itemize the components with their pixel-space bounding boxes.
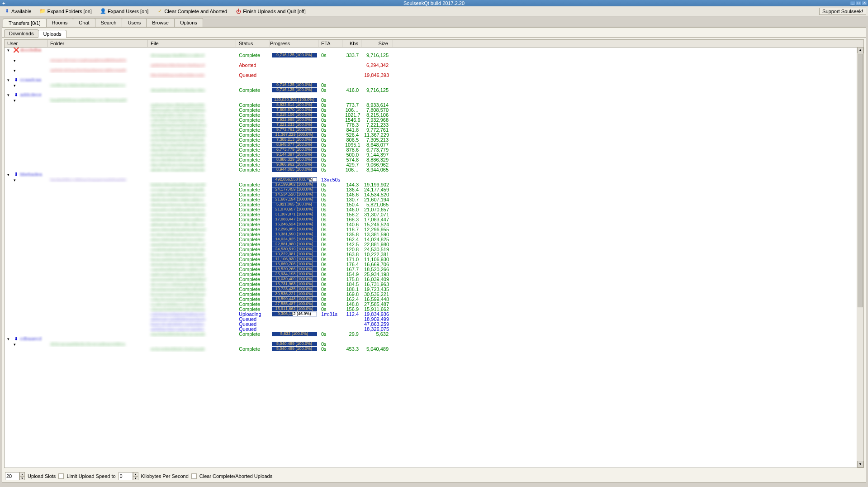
limit-speed-input[interactable] (119, 472, 133, 480)
tree-toggle-icon[interactable]: ▾ (7, 337, 12, 341)
subtab-uploads[interactable]: Uploads (38, 30, 66, 38)
table-row[interactable]: ecbcbbadaedcbbedcbdeComplete7,305,213 (1… (5, 137, 863, 142)
table-row[interactable]: ▾bedaddbccdbbacbaaaeeadebaddc492,056,558… (5, 177, 863, 182)
spin-down-icon[interactable]: ▼ (133, 476, 138, 480)
tree-toggle-icon[interactable]: ▾ (7, 172, 12, 177)
tree-toggle-icon[interactable]: ▾ (7, 93, 12, 97)
table-row[interactable]: dcccdedbdcebdcbcababComplete8,886,329 (1… (5, 157, 863, 162)
table-row[interactable]: baecdcabdddccadaddecQueued47,863,259 (5, 321, 863, 326)
subtab-downloads[interactable]: Downloads (4, 29, 38, 37)
table-row[interactable]: ecbeacdadeebaeededebComplete31,307,071 (… (5, 212, 863, 217)
tree-toggle-icon[interactable]: ▾ (7, 68, 14, 73)
scroll-down-button[interactable]: ▼ (857, 461, 863, 468)
table-row[interactable]: aabcaddaedccaaabedcbComplete25,934,198 (… (5, 272, 863, 277)
table-row[interactable]: eaeadcccbddeadedcacaComplete21,070,657 (… (5, 207, 863, 212)
vertical-scrollbar[interactable]: ▲ ▼ (857, 47, 863, 468)
table-row[interactable]: deaddeebabeedadacdecComplete9,716,125 (1… (5, 87, 863, 92)
finish-quit-button[interactable]: ⏻ Finish Uploads and Quit [off] (233, 8, 308, 15)
tab-rooms[interactable]: Rooms (46, 18, 74, 27)
table-row[interactable]: ccabcedddecccaebdbbaComplete27,585,487 (… (5, 301, 863, 306)
table-row[interactable]: deadaeeaedcbdbedbdebComplete19,723,435 (… (5, 286, 863, 291)
table-row[interactable]: aeecdeeabdadebedeeedComplete12,296,955 (… (5, 227, 863, 232)
spin-down-icon[interactable]: ▼ (19, 476, 25, 480)
table-row[interactable]: bedaabddccbbccdeeccaComplete8,215,106 (1… (5, 112, 863, 117)
table-row[interactable]: dcceeeccdddaaddeabdeComplete16,731,963 (… (5, 282, 863, 286)
close-button[interactable]: ✕ (862, 1, 867, 5)
header-progress[interactable]: Progress (270, 40, 318, 47)
header-kbs[interactable]: Kbs (342, 40, 361, 47)
tab-chat[interactable]: Chat (73, 18, 95, 27)
limit-speed-checkbox[interactable] (58, 473, 64, 479)
table-row[interactable]: abdecdccbaebbbecbedeComplete8,944,065 (1… (5, 167, 863, 172)
table-row[interactable]: ebecdebdedeadcecedecComplete14,024,825 (… (5, 237, 863, 242)
table-row[interactable]: ebaacbcdaebbabdebaeeComplete8,648,077 (1… (5, 142, 863, 147)
header-status[interactable]: Status (236, 40, 270, 47)
tree-toggle-icon[interactable]: ▾ (7, 83, 14, 88)
table-row[interactable]: dcbdeededeeeccabcbdbComplete16,669,706 (… (5, 262, 863, 267)
table-row[interactable]: dadaaacbeeacdeaadeeaComplete5,821,065 (1… (5, 202, 863, 207)
tab-transfers-[interactable]: Transfers [0/1] (3, 19, 47, 27)
table-row[interactable]: ▾eeaacdceaccaabaaabeadbbbadcb (5, 57, 863, 62)
tree-toggle-icon[interactable]: ▾ (7, 342, 14, 347)
table-row[interactable]: ecbcedeebbdccbebaaabComplete5,040,489 (1… (5, 346, 863, 351)
table-row[interactable]: ▾ ⬇ cdbaaecd (5, 336, 863, 341)
table-row[interactable]: ▾ ⬇ addcdece (5, 92, 863, 97)
table-row[interactable]: ceabdeabaaeeececbcdaComplete24,530,519 (… (5, 247, 863, 252)
table-row[interactable]: bbcbdebaceebeddecedcQueued19,846,393 (5, 72, 863, 77)
maximize-button[interactable]: □ (856, 1, 861, 5)
table-row[interactable]: bceaeeaecaeaadbbdaaeComplete30,536,221 (… (5, 291, 863, 296)
table-row[interactable]: addcbecbbcbeecbebacdAborted6,294,342 (5, 62, 863, 67)
table-row[interactable]: ▾cedbcacdabedeeadaedcaeeeeccc9,716,125 (… (5, 82, 863, 87)
table-row[interactable]: ▾ ⬇ ccaadcaa (5, 77, 863, 82)
scroll-thumb[interactable] (858, 54, 863, 307)
table-row[interactable]: adddacdaccaacecaadecQueued18,326,075 (5, 326, 863, 331)
table-row[interactable]: eacbdadbbdedacacaeabComplete5,632 (100.0… (5, 331, 863, 336)
available-button[interactable]: ⬇ Available (2, 8, 33, 15)
expand-folders-button[interactable]: 📁 Expand Folders [on] (38, 8, 93, 15)
table-row[interactable]: aaaddaeaeacdcbbedccdComplete22,881,980 (… (5, 242, 863, 247)
header-folder[interactable]: Folder (47, 40, 148, 47)
table-row[interactable]: dacddedceccbeaaaaaabComplete9,066,962 (1… (5, 162, 863, 167)
header-user[interactable]: User (5, 40, 47, 47)
table-row[interactable]: abadddaebaedbabdedeaComplete7,221,233 (1… (5, 122, 863, 127)
table-row[interactable]: aeddecdbebdabbedceceComplete14,534,520 (… (5, 192, 863, 197)
table-row[interactable]: ▾ ❌ dcccbdba (5, 48, 863, 53)
table-row[interactable]: cacddbcabeaabddebdaaComplete9,772,761 (1… (5, 127, 863, 132)
table-row[interactable]: ecdeecbdbadacbeecbceComplete13,381,590 (… (5, 232, 863, 237)
table-row[interactable]: abbabcabdeecdbcdbcceComplete15,246,524 (… (5, 222, 863, 227)
table-row[interactable]: caeebedbebadccabbccbComplete18,520,266 (… (5, 267, 863, 272)
tab-search[interactable]: Search (95, 18, 123, 27)
tree-toggle-icon[interactable]: ▾ (7, 58, 14, 63)
tab-browse[interactable]: Browse (146, 18, 175, 27)
table-row[interactable]: cdacbceeeadaeaeecbacComplete16,599,448 (… (5, 296, 863, 301)
table-row[interactable]: ▾ ⬇ bbebadea (5, 172, 863, 177)
table-row[interactable]: ▾baabbbbbacadebbaccecdeeeeadd120,020,303… (5, 97, 863, 102)
expand-users-button[interactable]: 👤 Expand Users [on] (98, 8, 151, 15)
table-row[interactable]: dceaaaacdadbbcccabcdComplete9,716,125 (1… (5, 53, 863, 57)
table-row[interactable]: ▾dcbcacaaddedccbcecadeaceddca5,040,489 (… (5, 341, 863, 346)
limit-speed-spinner[interactable]: ▲▼ (119, 472, 138, 480)
table-row[interactable]: cdcbeacedaeecbabacedUploading9,306,112 (… (5, 311, 863, 316)
table-row[interactable]: abbeaecaddbbbeaedacbQueued18,909,499 (5, 316, 863, 321)
tab-options[interactable]: Options (174, 18, 203, 27)
table-row[interactable]: cbeacbdebddecbcebaeaComplete15,911,662 (… (5, 306, 863, 311)
table-row[interactable]: addeeeeadcebdacadbecComplete17,083,447 (… (5, 217, 863, 222)
table-row[interactable]: beacaebbedabcbabaaadComplete11,106,930 (… (5, 257, 863, 262)
upload-slots-spinner[interactable]: ▲▼ (5, 472, 25, 480)
table-row[interactable]: aabeecbecdbdaabbeddcComplete8,933,614 (1… (5, 102, 863, 107)
scroll-up-button[interactable]: ▲ (857, 47, 863, 53)
upload-slots-input[interactable] (5, 472, 19, 480)
tree-toggle-icon[interactable]: ▾ (7, 178, 14, 182)
table-row[interactable]: aeeeeaddcdaadeddddbdComplete16,039,409 (… (5, 277, 863, 282)
spin-up-icon[interactable]: ▲ (19, 472, 25, 476)
support-button[interactable]: Support Soulseek! (819, 8, 866, 15)
header-file[interactable]: File (148, 40, 236, 47)
table-row[interactable]: cdeddccbaedaeedeecaaComplete7,932,968 (1… (5, 117, 863, 122)
table-row[interactable]: bcaccdebcdeeaacbcbbbComplete10,222,381 (… (5, 252, 863, 257)
table-row[interactable]: eebabdebbdbbacaeaabcComplete9,144,397 (1… (5, 152, 863, 157)
tree-toggle-icon[interactable]: ▾ (7, 48, 12, 53)
clear-complete-button[interactable]: ✓ Clear Complete and Aborted (155, 8, 229, 15)
table-row[interactable]: daedbcabdeaedcaaacebComplete6,773,779 (1… (5, 147, 863, 152)
tree-toggle-icon[interactable]: ▾ (7, 78, 12, 82)
header-eta[interactable]: ETA (318, 40, 342, 47)
